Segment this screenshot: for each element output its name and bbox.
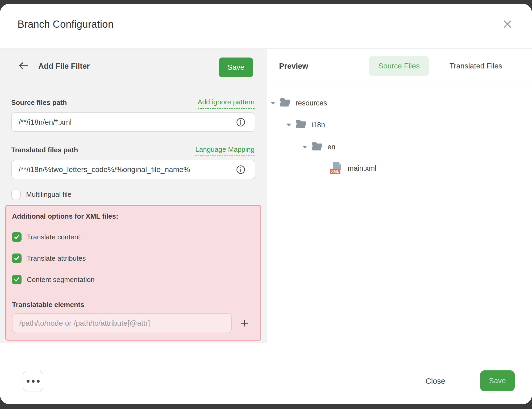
folder-icon — [280, 97, 291, 109]
tab-source-files[interactable]: Source Files — [369, 56, 429, 76]
info-circle-icon[interactable] — [236, 118, 245, 127]
add-ignore-pattern-link[interactable]: Add ignore pattern — [198, 98, 255, 109]
tab-translated-files[interactable]: Translated Files — [440, 56, 511, 76]
translated-files-path-input[interactable] — [11, 160, 255, 179]
folder-icon — [296, 119, 307, 130]
source-files-path-label: Source files path — [11, 99, 67, 107]
close-modal-button[interactable]: Close — [424, 377, 447, 386]
language-mapping-link[interactable]: Language Mapping — [195, 145, 255, 156]
plus-icon[interactable]: + — [238, 314, 251, 332]
tree-label: main.xml — [348, 164, 376, 173]
modal-footer: Close Save — [0, 343, 532, 404]
file-filter-panel: Add File Filter Save Source files path A… — [0, 49, 267, 343]
translated-files-path-label: Translated files path — [11, 146, 78, 154]
source-files-path-input[interactable] — [11, 112, 255, 132]
checkbox-checked-icon[interactable] — [12, 253, 22, 263]
checkbox-checked-icon[interactable] — [12, 275, 22, 284]
preview-header: Preview Source Files Translated Files — [267, 49, 532, 83]
translate-attributes-checkbox-row[interactable]: Translate attributes — [12, 253, 86, 263]
tree-label: en — [327, 143, 335, 151]
checkbox-checked-icon[interactable] — [12, 232, 22, 242]
modal-titlebar: Branch Configuration — [0, 4, 532, 48]
close-button[interactable] — [500, 17, 516, 32]
multilingual-file-checkbox-row[interactable]: Multilingual file — [11, 190, 72, 199]
branch-configuration-modal: Branch Configuration Add File F — [0, 4, 532, 404]
preview-tabs: Source Files Translated Files — [369, 56, 511, 76]
tree-row-resources[interactable]: resources — [271, 96, 327, 111]
ellipsis-icon — [27, 380, 40, 383]
xml-options-panel: Additional options for XML files: Transl… — [5, 205, 261, 341]
checkbox-unchecked-icon[interactable] — [11, 190, 21, 199]
folder-icon — [311, 141, 323, 153]
tree-label: i18n — [311, 121, 325, 129]
tree-row-i18n[interactable]: i18n — [286, 117, 325, 132]
save-filter-button[interactable]: Save — [219, 58, 253, 77]
save-modal-button[interactable]: Save — [480, 370, 515, 391]
translate-content-label: Translate content — [27, 233, 80, 241]
content-segmentation-label: Content segmentation — [27, 276, 94, 284]
chevron-down-icon[interactable] — [286, 124, 291, 126]
page-title: Add File Filter — [38, 62, 90, 71]
preview-title: Preview — [279, 62, 308, 71]
xml-file-icon: XML — [330, 161, 343, 175]
translate-attributes-label: Translate attributes — [27, 254, 86, 263]
file-tree: resources i18n en — [267, 83, 532, 347]
xml-options-title: Additional options for XML files: — [12, 212, 118, 220]
tree-label: resources — [296, 99, 327, 107]
x-icon — [503, 19, 512, 30]
translatable-elements-input[interactable] — [12, 313, 232, 333]
content-segmentation-checkbox-row[interactable]: Content segmentation — [12, 275, 94, 284]
multilingual-file-label: Multilingual file — [26, 190, 72, 199]
chevron-down-icon[interactable] — [271, 102, 275, 105]
xml-badge-text: XML — [331, 169, 339, 174]
tree-row-main-xml[interactable]: XML main.xml — [330, 161, 376, 176]
translate-content-checkbox-row[interactable]: Translate content — [12, 232, 80, 242]
arrow-left-icon — [18, 62, 29, 71]
translatable-elements-label: Translatable elements — [12, 301, 84, 309]
chevron-down-icon[interactable] — [302, 146, 307, 149]
more-options-button[interactable] — [23, 371, 43, 391]
modal-title: Branch Configuration — [18, 19, 114, 30]
file-filter-header: Add File Filter Save — [0, 49, 267, 83]
back-button[interactable] — [17, 60, 30, 72]
tree-row-en[interactable]: en — [302, 140, 335, 154]
info-circle-icon[interactable] — [236, 165, 245, 174]
